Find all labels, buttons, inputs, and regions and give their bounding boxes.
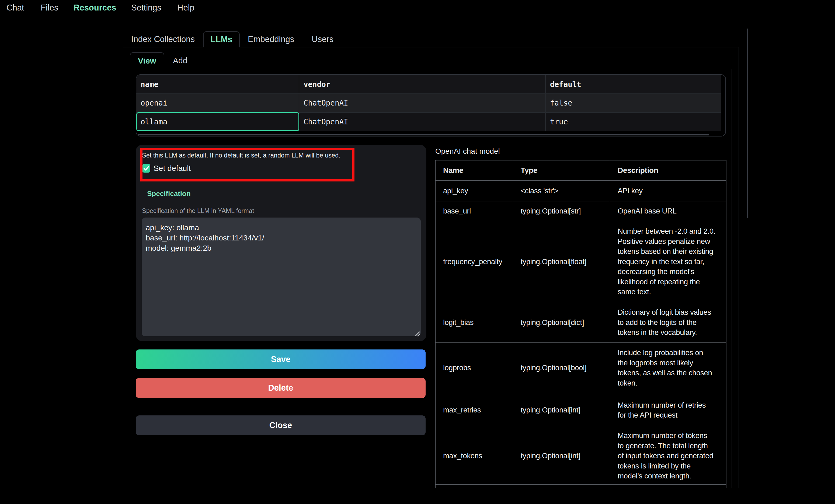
docs-cell-empty <box>513 485 610 488</box>
docs-cell-type: typing.Optional[float] <box>513 221 610 302</box>
grid-h-scrollbar[interactable] <box>138 134 709 135</box>
docs-cell-type: typing.Optional[str] <box>513 202 610 221</box>
nav-item-chat[interactable]: Chat <box>6 3 24 13</box>
docs-cell-empty <box>435 485 513 488</box>
grid-col-divider-2 <box>545 75 546 131</box>
llm-table-header-default[interactable]: default <box>550 80 581 89</box>
docs-row-base-url: base_urltyping.Optional[str]OpenAI base … <box>435 202 727 221</box>
nav-item-resources[interactable]: Resources <box>74 3 116 13</box>
docs-row-partial <box>435 485 727 488</box>
docs-cell-description: Number between -2.0 and 2.0. Positive va… <box>610 221 727 302</box>
llms-panel-top-border-right <box>240 47 739 47</box>
subtab-view-label: View <box>138 56 156 65</box>
llm-table: name vendor default openai ChatOpenAI fa… <box>136 74 726 136</box>
docs-cell-type: typing.Optional[int] <box>513 427 610 485</box>
selected-cell-outline <box>136 112 299 131</box>
docs-cell-name: frequency_penalty <box>435 221 513 302</box>
nav-item-settings[interactable]: Settings <box>131 3 161 13</box>
docs-row-max-retries: max_retriestyping.Optional[int]Maximum n… <box>435 393 727 427</box>
docs-cell-type: typing.Optional[bool] <box>513 343 610 393</box>
yaml-hint-text: Specification of the LLM in YAML format <box>142 207 254 215</box>
docs-cell-empty <box>610 485 727 488</box>
tab-index-collections[interactable]: Index Collections <box>131 35 195 44</box>
docs-cell-name: logit_bias <box>435 302 513 343</box>
llms-panel-top-border-left <box>123 47 203 47</box>
docs-cell-description: Maximum number of tokens to generate. Th… <box>610 427 727 485</box>
docs-cell-description: Include log probabilities on the logprob… <box>610 343 727 393</box>
docs-cell-type: typing.Optional[dict] <box>513 302 610 343</box>
docs-cell-name: logprobs <box>435 343 513 393</box>
close-button-label: Close <box>269 421 292 430</box>
docs-row-frequency-penalty: frequency_penaltytyping.Optional[float]N… <box>435 221 727 302</box>
docs-table: Name Type Description api_key<class 'str… <box>435 160 727 488</box>
tab-embeddings[interactable]: Embeddings <box>248 35 294 44</box>
delete-button[interactable]: Delete <box>136 378 426 398</box>
docs-cell-description: OpenAI base URL <box>610 202 727 221</box>
docs-row-max-tokens: max_tokenstyping.Optional[int]Maximum nu… <box>435 427 727 485</box>
view-panel-top-border <box>164 69 732 69</box>
grid-row-divider-1 <box>136 93 721 94</box>
docs-cell-description: API key <box>610 181 727 202</box>
yaml-textarea[interactable]: api_key: ollama base_url: http://localho… <box>142 217 421 336</box>
docs-row-api-key: api_key<class 'str'>API key <box>435 181 727 202</box>
docs-header-description: Description <box>610 161 727 181</box>
specification-label: Specification <box>147 190 191 198</box>
close-button[interactable]: Close <box>136 415 426 435</box>
llm-cell-vendor[interactable]: ChatOpenAI <box>304 99 348 107</box>
docs-title: OpenAI chat model <box>435 147 500 155</box>
docs-header-type: Type <box>513 161 610 181</box>
docs-cell-description: Maximum number of retries for the API re… <box>610 393 727 427</box>
docs-table-wrap: Name Type Description api_key<class 'str… <box>435 160 729 488</box>
docs-cell-name: base_url <box>435 202 513 221</box>
llm-table-row-openai[interactable]: openai ChatOpenAI false <box>136 93 721 112</box>
docs-header-name: Name <box>435 161 513 181</box>
llm-table-header-row: name vendor default <box>136 75 721 93</box>
docs-cell-name: max_retries <box>435 393 513 427</box>
nav-item-files[interactable]: Files <box>41 3 58 13</box>
tab-llms-label: LLMs <box>211 35 232 44</box>
save-button-label: Save <box>271 355 290 364</box>
llm-table-header-name[interactable]: name <box>141 80 158 89</box>
docs-header-row: Name Type Description <box>435 161 727 181</box>
docs-row-logit-bias: logit_biastyping.Optional[dict]Dictionar… <box>435 302 727 343</box>
nav-item-help[interactable]: Help <box>177 3 195 13</box>
subtab-view[interactable]: View <box>130 52 164 69</box>
llm-cell-default[interactable]: false <box>550 99 572 107</box>
docs-cell-type: typing.Optional[int] <box>513 393 610 427</box>
subtab-add[interactable]: Add <box>173 56 187 65</box>
annotation-rectangle <box>140 148 354 182</box>
tab-users[interactable]: Users <box>312 35 333 44</box>
page-scrollbar[interactable] <box>747 28 748 218</box>
docs-cell-name: max_tokens <box>435 427 513 485</box>
llm-cell-name[interactable]: openai <box>141 99 167 107</box>
docs-cell-type: <class 'str'> <box>513 181 610 202</box>
docs-cell-name: api_key <box>435 181 513 202</box>
docs-cell-description: Dictionary of logit bias values to add t… <box>610 302 727 343</box>
tab-llms[interactable]: LLMs <box>203 31 240 47</box>
llm-cell-vendor[interactable]: ChatOpenAI <box>304 118 348 126</box>
llm-table-header-vendor[interactable]: vendor <box>304 80 330 89</box>
llm-cell-default[interactable]: true <box>550 118 568 126</box>
docs-row-logprobs: logprobstyping.Optional[bool]Include log… <box>435 343 727 393</box>
resize-handle-icon[interactable] <box>415 331 420 337</box>
delete-button-label: Delete <box>268 383 293 393</box>
save-button[interactable]: Save <box>136 350 426 369</box>
